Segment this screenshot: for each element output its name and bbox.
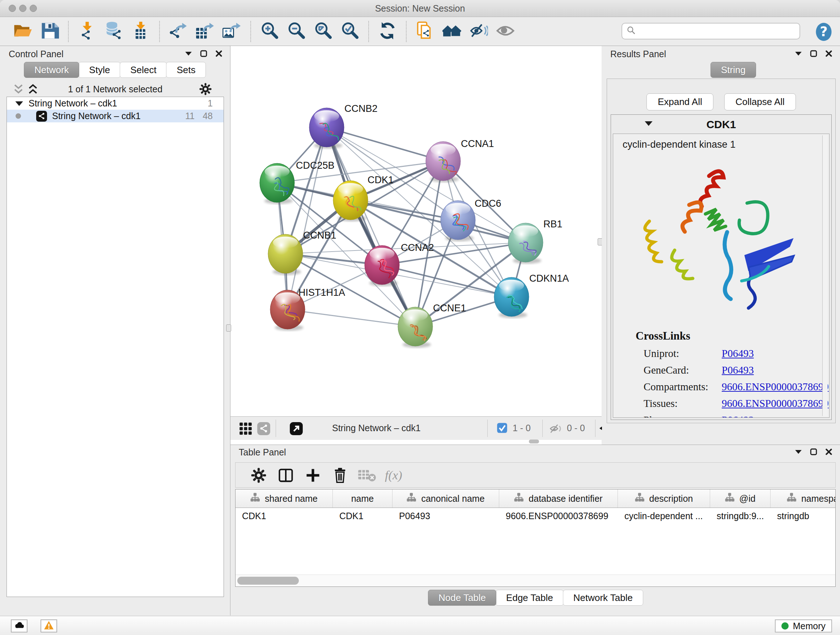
memory-button[interactable]: Memory (775, 619, 832, 632)
panel-menu-icon[interactable] (792, 48, 805, 59)
hidden-eye-icon[interactable] (549, 422, 562, 435)
expand-all-button[interactable]: Expand All (646, 93, 714, 111)
column-header-canonical-name[interactable]: canonical name (393, 489, 499, 508)
network-node-ccne1[interactable]: CCNE1 (398, 302, 466, 348)
home-button[interactable] (441, 21, 463, 42)
warnings-button[interactable] (41, 619, 57, 632)
panel-float-icon[interactable] (807, 48, 820, 59)
hidden-count: 0 - 0 (567, 423, 585, 433)
protein-structure-image (635, 158, 823, 317)
network-badge-icon[interactable] (257, 422, 271, 435)
duplicate-network-button[interactable] (414, 21, 436, 42)
panel-float-icon[interactable] (197, 48, 210, 59)
import-table-file-button[interactable] (129, 21, 152, 42)
open-file-icon (13, 21, 32, 42)
column-header-label: canonical name (421, 494, 485, 504)
column-header-label: description (649, 494, 693, 504)
tab-style[interactable]: Style (79, 62, 120, 78)
save-session-button[interactable] (38, 21, 61, 42)
open-in-window-icon[interactable] (289, 422, 303, 435)
network-node-ccna1[interactable]: CCNA1 (426, 138, 494, 182)
title-bar: Session: New Session (0, 0, 840, 17)
crosslink-label: GeneCard: (644, 364, 722, 376)
refresh-button[interactable] (376, 21, 399, 42)
panel-close-icon[interactable] (823, 48, 835, 59)
table-cell: stringdb:9... (710, 508, 771, 524)
column-header-database-identifier[interactable]: database identifier (499, 489, 618, 508)
crosslink-link[interactable]: 9606.ENSP00000378699 (722, 381, 829, 393)
export-image-button[interactable] (221, 21, 243, 42)
column-header-description[interactable]: description (618, 489, 710, 508)
left-splitter-grip[interactable] (226, 325, 231, 332)
network-node-rb1[interactable]: RB1 (508, 219, 562, 264)
zoom-out-button[interactable] (285, 21, 308, 42)
tree-column-icon (514, 493, 523, 504)
network-tree-row[interactable]: String Network – cdk11148 (7, 110, 224, 122)
network-canvas[interactable]: CCNB2CCNA1CDC25BCDK1CDC6RB1CCNB1CCNA2CDK… (231, 46, 602, 416)
show-all-button[interactable] (494, 21, 516, 42)
crosslink-link[interactable]: P06493 (722, 414, 754, 418)
network-node-ccnb2[interactable]: CCNB2 (309, 103, 378, 149)
tab-string[interactable]: String (711, 62, 756, 78)
tab-select[interactable]: Select (120, 62, 167, 78)
table-horizontal-scrollbar[interactable] (235, 575, 835, 586)
network-view-panel: CCNB2CCNA1CDC25BCDK1CDC6RB1CCNB1CCNA2CDK… (231, 46, 602, 445)
crosslink-link[interactable]: 9606.ENSP00000378699 (722, 397, 829, 409)
hide-selected-button[interactable] (467, 21, 490, 42)
panel-close-icon[interactable] (823, 447, 835, 457)
open-file-button[interactable] (11, 21, 34, 42)
crosslink-link[interactable]: P06493 (722, 348, 754, 359)
node-label: CDC25B (296, 160, 335, 171)
cloud-button[interactable] (11, 619, 27, 632)
table-row[interactable]: CDK1CDK1P064939606.ENSP00000378699cyclin… (235, 508, 835, 524)
column-header-shared-name[interactable]: shared name (235, 489, 333, 508)
zoom-in-button[interactable] (258, 21, 281, 42)
export-network-button[interactable] (167, 21, 189, 42)
network-node-ccnb1[interactable]: CCNB1 (268, 230, 336, 275)
column-header--id[interactable]: @id (710, 489, 771, 508)
save-session-icon (40, 21, 59, 42)
network-node-cdc25b[interactable]: CDC25B (260, 160, 335, 204)
panel-menu-icon[interactable] (792, 447, 805, 457)
node-label: CCNE1 (433, 302, 466, 314)
zoom-fit-button[interactable] (312, 21, 334, 42)
show-column-selector-icon[interactable] (278, 468, 294, 483)
network-node-cdkn1a[interactable]: CDKN1A (494, 273, 569, 318)
network-options-gear-icon[interactable] (199, 83, 212, 95)
delete-column-icon[interactable] (332, 468, 347, 483)
search-input[interactable] (636, 24, 799, 38)
birdseye-grid-icon[interactable] (239, 422, 253, 435)
svg-text:?: ? (820, 24, 827, 40)
zoom-selected-button[interactable] (339, 21, 361, 42)
tab-network[interactable]: Network (24, 62, 79, 78)
import-network-database-button[interactable] (103, 21, 125, 42)
gene-scrollbar[interactable] (822, 135, 828, 416)
panel-close-icon[interactable] (213, 48, 225, 59)
table-panel-title: Table Panel (239, 447, 286, 458)
help-button[interactable]: ? (814, 22, 834, 40)
panel-menu-icon[interactable] (182, 48, 195, 59)
collapse-all-button[interactable]: Collapse All (724, 93, 796, 111)
network-edge (327, 127, 443, 161)
tab-edge-table[interactable]: Edge Table (496, 590, 564, 606)
selected-checkbox-icon[interactable] (497, 423, 508, 433)
tree-expander-icon[interactable] (15, 99, 24, 108)
column-header-name[interactable]: name (333, 489, 393, 508)
tab-node-table[interactable]: Node Table (428, 590, 496, 606)
panel-float-icon[interactable] (807, 447, 820, 457)
tab-network-table[interactable]: Network Table (563, 590, 643, 606)
network-tree-row[interactable]: String Network – cdk11 (7, 97, 224, 110)
scrollbar-thumb[interactable] (237, 577, 299, 585)
export-network-icon (169, 21, 188, 42)
create-column-icon[interactable] (305, 468, 321, 483)
column-header-namespace[interactable]: namespace (771, 489, 836, 508)
export-table-button[interactable] (194, 21, 216, 42)
current-network-title: String Network – cdk1 (332, 423, 421, 433)
horizontal-splitter-handle[interactable] (529, 440, 539, 443)
network-node-hist1h1a[interactable]: HIST1H1A (270, 287, 345, 331)
import-network-file-button[interactable] (76, 21, 98, 42)
table-options-gear-icon[interactable] (251, 468, 266, 483)
crosslink-link[interactable]: P06493 (722, 364, 754, 376)
network-node-cdk1[interactable]: CDK1 (333, 174, 393, 222)
tab-sets[interactable]: Sets (166, 62, 206, 78)
